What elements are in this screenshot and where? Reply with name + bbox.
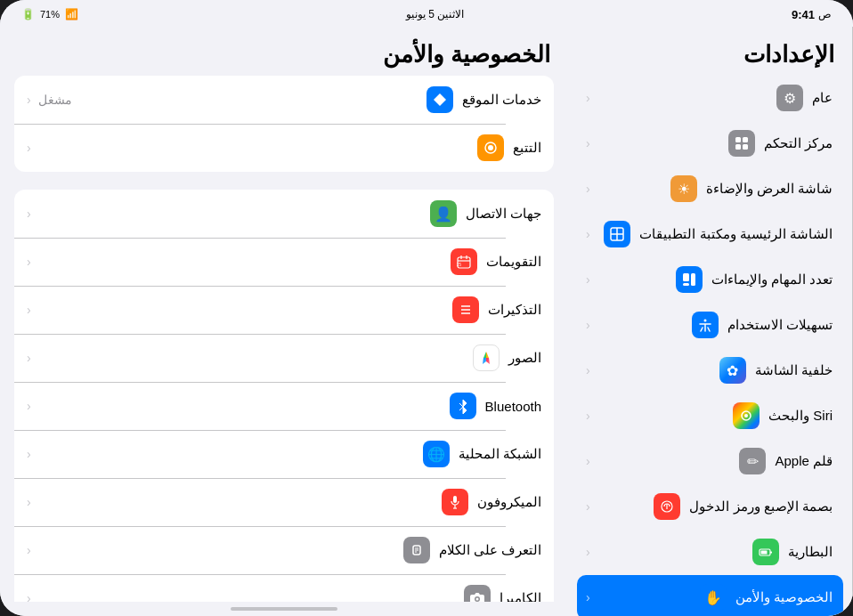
settings-icon-control [728, 130, 755, 157]
settings-item-wallpaper[interactable]: خلفية الشاشة ✿ ‹ [577, 348, 843, 393]
svg-rect-15 [761, 551, 768, 555]
settings-label-privacy: الخصوصية والأمن [735, 589, 833, 605]
settings-label-display: شاشة العرض والإضاءة [706, 181, 833, 197]
settings-item-accessibility[interactable]: تسهيلات الاستخدام ‹ [577, 303, 843, 347]
privacy-label-bluetooth: Bluetooth [485, 399, 541, 414]
privacy-item-contacts[interactable]: جهات الاتصال 👤 ‹ [14, 190, 554, 238]
privacy-label-microphone: الميكروفون [477, 494, 541, 510]
item-left: ‹ [27, 141, 31, 155]
privacy-item-location[interactable]: خدمات الموقع مشغل ‹ [14, 76, 554, 124]
item-right: خلفية الشاشة ✿ [719, 357, 833, 384]
item-right: تسهيلات الاستخدام [692, 312, 833, 338]
chevron-icon: ‹ [586, 318, 590, 332]
privacy-label-speech: التعرف على الكلام [439, 542, 541, 558]
privacy-section-main: جهات الاتصال 👤 ‹ التقويمات [14, 190, 554, 602]
item-right: الشبكة المحلية 🌐 [423, 441, 541, 467]
settings-panel: الإعدادات عام ⚙ ‹ مركز التحكم [568, 27, 853, 616]
settings-label-multitask: تعدد المهام والإيماءات [711, 272, 833, 288]
chevron-icon: ‹ [586, 590, 590, 604]
chevron-icon: ‹ [27, 255, 31, 269]
chevron-icon: ‹ [586, 454, 590, 468]
privacy-icon-calendars: 15 [451, 248, 477, 275]
privacy-icon-camera [464, 585, 491, 602]
privacy-item-reminders[interactable]: التذكيرات ‹ [14, 286, 554, 334]
settings-item-multitask[interactable]: تعدد المهام والإيماءات ‹ [577, 257, 843, 302]
svg-rect-7 [683, 273, 689, 281]
privacy-panel: الخصوصية والأمن خدمات الموقع [0, 27, 568, 616]
svg-rect-2 [735, 144, 741, 150]
item-right: البطارية [752, 539, 833, 565]
svg-rect-1 [743, 137, 748, 142]
settings-icon-siri [733, 402, 760, 429]
privacy-item-camera[interactable]: الكاميرا ‹ [14, 574, 554, 602]
status-bar-center: الاثنين 5 يونيو [406, 8, 464, 20]
settings-title: الإعدادات [586, 41, 834, 69]
privacy-icon-contacts: 👤 [430, 200, 457, 227]
settings-icon-display: ☀ [670, 175, 697, 202]
battery-icon: 🔋 [21, 8, 35, 20]
privacy-icon-local-network: 🌐 [423, 441, 450, 467]
svg-point-35 [476, 598, 479, 601]
chevron-icon: ‹ [27, 543, 31, 557]
privacy-item-bluetooth[interactable]: Bluetooth ‹ [14, 382, 554, 430]
privacy-title: الخصوصية والأمن [18, 41, 550, 69]
settings-label-apple-pencil: قلم Apple [775, 453, 833, 469]
settings-item-control[interactable]: مركز التحكم ‹ [577, 121, 843, 166]
item-right: التقويمات 15 [451, 248, 541, 275]
privacy-label-local-network: الشبكة المحلية [459, 446, 541, 462]
privacy-label-photos: الصور [508, 350, 541, 366]
privacy-item-microphone[interactable]: الميكروفون ‹ [14, 478, 554, 526]
privacy-label-reminders: التذكيرات [488, 302, 541, 318]
settings-item-apple-pencil[interactable]: قلم Apple ✏ ‹ [577, 439, 843, 483]
svg-text:15: 15 [457, 262, 461, 267]
privacy-item-photos[interactable]: الصور [14, 334, 554, 382]
item-right: الصور [473, 344, 541, 371]
chevron-icon: ‹ [27, 303, 31, 317]
settings-icon-accessibility [692, 312, 719, 338]
privacy-label-location: خدمات الموقع [462, 92, 541, 108]
privacy-icon-location [426, 86, 453, 113]
home-indicator [0, 602, 568, 616]
wifi-icon: 📶 [65, 8, 78, 20]
item-right: تعدد المهام والإيماءات [676, 266, 833, 293]
chevron-icon: ‹ [27, 447, 31, 461]
privacy-icon-speech [403, 537, 430, 563]
svg-rect-3 [743, 144, 748, 150]
battery-percent: 71% [40, 9, 60, 20]
privacy-icon-microphone [442, 489, 468, 515]
item-right: التتبع [477, 134, 541, 161]
item-right: قلم Apple ✏ [739, 448, 833, 474]
settings-item-general[interactable]: عام ⚙ ‹ [577, 76, 843, 120]
chevron-icon: ‹ [27, 495, 31, 509]
settings-item-battery[interactable]: البطارية ‹ [577, 530, 843, 574]
settings-item-siri[interactable]: Siri والبحث ‹ [577, 393, 843, 438]
settings-label-home-screen: الشاشة الرئيسية ومكتبة التطبيقات [639, 226, 833, 242]
privacy-label-tracking: التتبع [513, 140, 541, 156]
settings-item-display[interactable]: شاشة العرض والإضاءة ☀ ‹ [577, 166, 843, 211]
settings-label-touch-id: بصمة الإصبع ورمز الدخول [689, 498, 833, 515]
privacy-item-local-network[interactable]: الشبكة المحلية 🌐 ‹ [14, 430, 554, 478]
item-left: مشغل ‹ [27, 93, 72, 107]
settings-item-privacy[interactable]: الخصوصية والأمن ✋ ‹ [577, 575, 843, 616]
privacy-item-calendars[interactable]: التقويمات 15 ‹ [14, 238, 554, 286]
chevron-icon: ‹ [586, 91, 590, 105]
chevron-icon: ‹ [27, 351, 31, 365]
settings-item-home-screen[interactable]: الشاشة الرئيسية ومكتبة التطبيقات ‹ [577, 212, 843, 256]
privacy-item-speech[interactable]: التعرف على الكلام ‹ [14, 526, 554, 574]
item-right: بصمة الإصبع ورمز الدخول [654, 493, 833, 520]
settings-item-touch-id[interactable]: بصمة الإصبع ورمز الدخول ‹ [577, 484, 843, 529]
chevron-icon: ‹ [27, 93, 31, 107]
item-right: عام ⚙ [776, 85, 833, 111]
svg-rect-8 [691, 273, 695, 286]
chevron-icon: ‹ [586, 272, 590, 287]
home-indicator-bar [231, 607, 337, 611]
chevron-icon: ‹ [586, 409, 590, 423]
item-right: الشاشة الرئيسية ومكتبة التطبيقات [604, 221, 833, 247]
settings-label-control: مركز التحكم [764, 135, 833, 151]
status-bar: 🔋 71% 📶 الاثنين 5 يونيو 9:41 ص [0, 0, 853, 27]
item-right: الميكروفون [442, 489, 541, 515]
privacy-list: خدمات الموقع مشغل ‹ [0, 76, 568, 602]
status-bar-left: 🔋 71% 📶 [21, 8, 78, 20]
privacy-item-tracking[interactable]: التتبع ‹ [14, 124, 554, 172]
privacy-icon-bluetooth [450, 393, 476, 419]
